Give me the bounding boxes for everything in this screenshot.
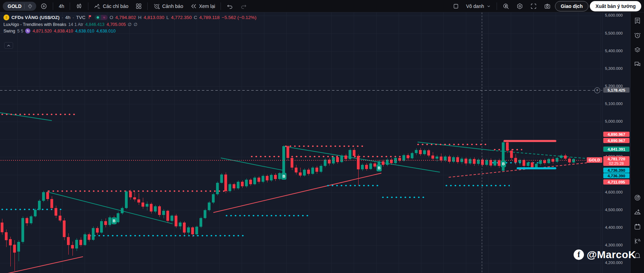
ideas-icon[interactable]	[633, 207, 642, 217]
candle	[129, 191, 132, 197]
dotted-level-line	[326, 185, 380, 187]
facebook-icon: f	[574, 250, 584, 260]
trendline	[0, 256, 83, 273]
price-axis-label: 5,400.000	[605, 49, 623, 53]
candle-style-button[interactable]	[73, 1, 85, 11]
candle	[26, 218, 28, 223]
interval-button[interactable]: 4h	[56, 2, 67, 10]
trade-button[interactable]: Giao dịch	[555, 1, 589, 11]
watermark-handle: @MarcoK	[587, 249, 636, 261]
indicator-templates-button[interactable]	[133, 1, 145, 11]
indicator-params: 14 1 Atr	[68, 22, 83, 27]
divider	[88, 2, 88, 10]
candle	[100, 221, 103, 233]
flag-icon[interactable]	[88, 15, 92, 20]
candle	[295, 168, 297, 172]
candle	[71, 245, 74, 248]
legend-exchange: TVC	[76, 15, 86, 20]
high-value: 4,813.030	[144, 15, 164, 20]
price-axis-badge: 4,711.095	[603, 179, 630, 185]
vertical-dashed-line	[482, 12, 482, 273]
candle	[320, 166, 322, 172]
fullscreen-button[interactable]	[527, 1, 540, 11]
candle	[108, 217, 111, 225]
object-tree-icon[interactable]	[633, 45, 642, 55]
candle	[187, 227, 190, 233]
gridline-v	[443, 12, 444, 273]
candle	[158, 206, 161, 215]
redo-button[interactable]	[237, 1, 250, 11]
broadcast-icon[interactable]	[633, 236, 642, 246]
price-axis[interactable]: 5,600.0005,500.0005,400.0005,300.0005,20…	[602, 12, 631, 273]
dotted-level-line	[444, 185, 510, 187]
gridline-v	[17, 12, 18, 273]
settings-button[interactable]	[514, 1, 526, 11]
gridline-v	[556, 12, 556, 273]
calendar-icon[interactable]	[633, 222, 642, 232]
candle	[162, 211, 165, 215]
replay-button[interactable]: Xem lại	[187, 1, 218, 11]
visibility-toggle[interactable]: ≈	[95, 15, 108, 20]
scanner-icon[interactable]	[633, 193, 642, 203]
gridline-v	[286, 12, 287, 273]
watchlist-icon[interactable]	[633, 16, 642, 26]
candle	[63, 220, 66, 237]
candle	[179, 223, 182, 226]
divider	[53, 2, 53, 10]
candle	[183, 223, 186, 233]
swing-low-value: 4,638.010	[75, 29, 95, 34]
candle	[34, 210, 37, 216]
empty-set-value: ∅	[134, 22, 137, 27]
add-alert-plus-icon[interactable]: +	[594, 87, 600, 93]
multichart-select-button[interactable]	[450, 2, 462, 11]
candle	[5, 232, 8, 240]
undo-button[interactable]	[224, 1, 236, 11]
symbol-search-button[interactable]: GOLD	[3, 2, 36, 11]
candle-wick	[135, 191, 135, 202]
gridline-v	[466, 12, 466, 273]
dotted-level-line	[284, 145, 366, 147]
candle	[436, 157, 438, 159]
candle	[104, 221, 107, 225]
open-value: 4,794.802	[115, 15, 136, 20]
publish-idea-button[interactable]: Xuất bản ý tưởng	[590, 1, 641, 11]
camera-button[interactable]	[541, 1, 554, 11]
indicators-button[interactable]: Các chỉ báo	[91, 1, 131, 11]
alert-price-line	[0, 90, 602, 91]
add-symbol-button[interactable]	[38, 1, 50, 11]
indicator-row-swing[interactable]: Swing 5 5 ↻ 4,871.520 4,838.410 4,638.01…	[3, 28, 256, 34]
alert-button[interactable]: Cảnh báo	[150, 1, 186, 11]
user-menu-button[interactable]: Vô danh	[463, 2, 494, 10]
candle	[382, 161, 384, 165]
candle	[510, 151, 513, 158]
candle	[9, 239, 12, 245]
price-axis-label: 5,500.000	[605, 31, 623, 35]
price-axis-label: 4,300.000	[605, 243, 623, 247]
price-axis-badge: 4,890.967	[603, 138, 630, 143]
gridline-v	[354, 12, 354, 273]
chart-area[interactable]: BBBB+GOLD	[0, 12, 602, 273]
dotted-level-line	[224, 215, 309, 217]
alert-clock-icon[interactable]	[633, 30, 642, 40]
gridline-v	[511, 12, 511, 273]
quick-search-button[interactable]	[500, 1, 512, 11]
candle	[21, 218, 24, 242]
candle	[286, 146, 289, 158]
level-bar	[517, 167, 556, 169]
candle	[249, 180, 252, 184]
swing-high-value: 4,871.520	[32, 29, 52, 34]
right-sidebar	[630, 12, 644, 273]
symbol-legend-row[interactable]: CFDs VÀNG (US$/OZ) · 4h · TVC ≈ O4,794.8…	[3, 14, 256, 21]
tradingview-app: GOLD 4h Các chỉ báo	[0, 0, 644, 273]
indicator-row-luxalgo[interactable]: LuxAlgo - Trendlines with Breaks 14 1 At…	[3, 21, 256, 28]
dotted-level-line	[47, 190, 228, 192]
candle	[564, 156, 567, 159]
candle	[117, 213, 119, 222]
candle	[46, 192, 49, 199]
candle	[166, 211, 169, 220]
chat-icon[interactable]	[633, 59, 642, 69]
candle	[88, 234, 90, 239]
candle	[84, 234, 86, 245]
price-axis-label: 4,400.000	[605, 225, 623, 229]
legend-collapse-button[interactable]	[4, 42, 13, 49]
